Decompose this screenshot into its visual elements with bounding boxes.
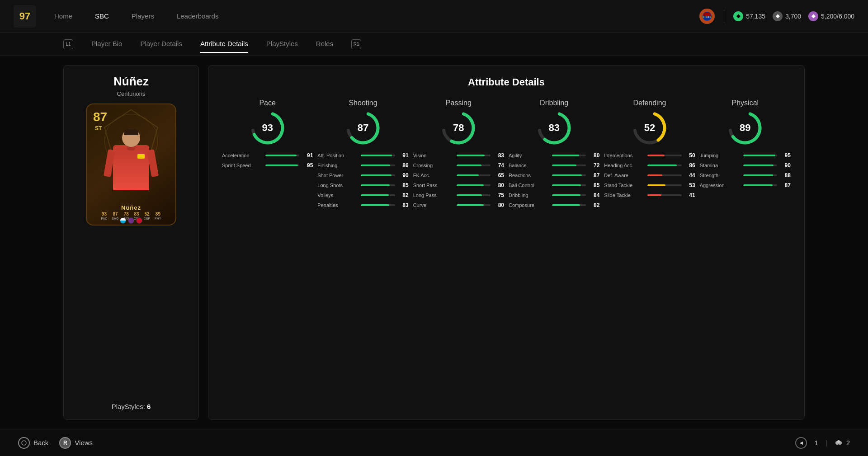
stat-bar <box>552 184 581 186</box>
l1-badge: L1 <box>63 39 73 49</box>
stat-row-composure: Composure82 <box>509 202 599 208</box>
stat-row-acceleration: Acceleration91 <box>222 152 313 159</box>
stat-row-penalties: Penalties83 <box>317 202 408 208</box>
stat-bar <box>361 174 392 176</box>
stat-row-reactions: Reactions87 <box>509 172 599 179</box>
stat-label: Ball Control <box>509 183 549 188</box>
stat-row-ball-control: Ball Control85 <box>509 182 599 188</box>
stat-bar-container <box>457 194 491 196</box>
stat-bar <box>552 165 576 166</box>
player-card: 87 ST <box>86 103 176 226</box>
nav-players[interactable]: Players <box>127 9 159 23</box>
stat-label: Long Pass <box>413 193 454 198</box>
nav-leaderboards[interactable]: Leaderboards <box>172 9 223 23</box>
gauge-pace: 93 <box>250 110 286 146</box>
stat-value: 41 <box>684 192 695 198</box>
bottom-right-controls: ◄ 1 | 2 <box>795 437 850 449</box>
stat-value: 85 <box>398 182 409 188</box>
r-badge-icon: R <box>59 437 71 449</box>
gauge-value-shooting: 87 <box>358 122 368 134</box>
stat-row-interceptions: Interceptions50 <box>604 152 695 159</box>
player-type: Centurions <box>117 90 146 97</box>
stat-value: 85 <box>589 182 599 188</box>
gauge-value-defending: 52 <box>644 122 655 134</box>
stat-bar-container <box>457 174 491 176</box>
stat-row-balance: Balance72 <box>509 162 599 169</box>
stat-label: Slide Tackle <box>604 193 645 198</box>
stat-label: Curve <box>413 202 454 208</box>
attribute-categories: Pace93Acceleration91Sprint Speed95Shooti… <box>222 99 791 212</box>
stat-bar-container <box>361 204 395 206</box>
nav-home[interactable]: Home <box>50 9 77 23</box>
gauge-value-passing: 78 <box>453 122 464 134</box>
stat-row-vision: Vision83 <box>413 152 504 159</box>
team-badge[interactable]: FCB <box>699 9 715 24</box>
back-button[interactable]: Back <box>18 437 48 449</box>
r1-badge: R1 <box>351 39 361 49</box>
stat-bar-container <box>552 194 586 196</box>
stat-value: 91 <box>398 152 409 159</box>
gauge-value-physical: 89 <box>740 122 750 134</box>
tabs-bar: L1 Player Bio Player Details Attribute D… <box>0 33 868 56</box>
tab-attribute-details[interactable]: Attribute Details <box>200 35 248 53</box>
stat-row-aggression: Aggression87 <box>700 182 791 188</box>
stat-bar <box>361 194 389 196</box>
main-content: Núñez Centurions 87 ST <box>0 56 868 429</box>
stat-bar <box>647 184 665 186</box>
stat-value: 86 <box>398 162 409 169</box>
stat-bar-container <box>265 165 299 166</box>
currency-points: ◆ 3,700 <box>773 11 801 21</box>
stat-label: Long Shots <box>317 183 358 188</box>
card-stat-sho: 87 SHO <box>112 212 118 220</box>
tab-player-bio[interactable]: Player Bio <box>91 35 122 53</box>
stat-row-slide-tackle: Slide Tackle41 <box>604 192 695 198</box>
circle-back-icon <box>18 437 30 449</box>
stat-value: 88 <box>780 172 791 179</box>
prev-arrow[interactable]: ◄ <box>795 437 807 449</box>
stat-row-shot-power: Shot Power90 <box>317 172 408 179</box>
stat-bar-container <box>552 165 586 166</box>
nav-menu: Home SBC Players Leaderboards <box>50 9 699 23</box>
stat-bar-container <box>457 165 491 166</box>
nav-sbc[interactable]: SBC <box>90 9 113 23</box>
stat-label: Volleys <box>317 193 358 198</box>
stat-row-volleys: Volleys82 <box>317 192 408 198</box>
stat-bar-container <box>457 204 491 206</box>
playstyles-text: PlayStyles: 6 <box>112 403 151 410</box>
stat-bar <box>361 165 390 166</box>
stat-bar-container <box>457 155 491 156</box>
stat-bar <box>552 174 582 176</box>
stat-label: Aggression <box>700 183 741 188</box>
stat-bar-container <box>647 165 681 166</box>
svg-point-19 <box>837 440 840 443</box>
stat-bar <box>647 165 677 166</box>
gauge-passing: 78 <box>440 110 476 146</box>
stat-row-heading-acc: Heading Acc.86 <box>604 162 695 169</box>
stat-row-short-pass: Short Pass80 <box>413 182 504 188</box>
stat-value: 80 <box>493 182 504 188</box>
stat-value: 80 <box>589 152 599 159</box>
stat-bar-container <box>361 174 395 176</box>
gauge-dribbling: 83 <box>536 110 572 146</box>
stat-row-long-shots: Long Shots85 <box>317 182 408 188</box>
stat-bar-container <box>361 184 395 186</box>
stat-value: 80 <box>493 202 504 208</box>
stat-bar-container <box>552 155 586 156</box>
tab-playstyles[interactable]: PlayStyles <box>266 35 298 53</box>
stat-value: 65 <box>493 172 504 179</box>
app-logo: 97 <box>14 5 36 28</box>
stat-bar <box>361 184 390 186</box>
views-button[interactable]: R Views <box>59 437 93 449</box>
stat-value: 82 <box>589 202 599 208</box>
stat-label: Def. Aware <box>604 173 645 178</box>
tab-player-details[interactable]: Player Details <box>140 35 182 53</box>
stat-bar <box>361 204 389 206</box>
stat-value: 87 <box>780 182 791 188</box>
stat-bar-container <box>361 194 395 196</box>
bottom-bar: Back R Views ◄ 1 | 2 <box>0 429 868 456</box>
tab-roles[interactable]: Roles <box>316 35 333 53</box>
stat-bar <box>647 155 665 156</box>
attr-category-defending: Defending52Interceptions50Heading Acc.86… <box>604 99 695 212</box>
stat-row-dribbling: Dribbling84 <box>509 192 599 198</box>
stat-row-sprint-speed: Sprint Speed95 <box>222 162 313 169</box>
